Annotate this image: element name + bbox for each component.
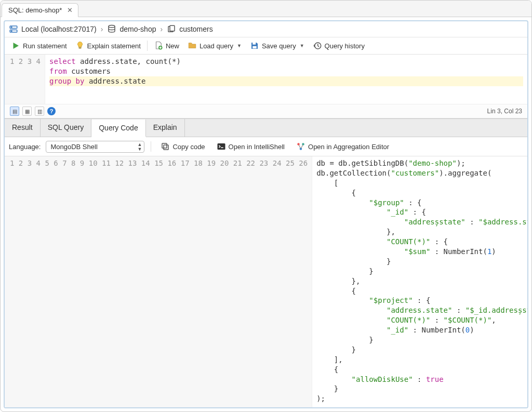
new-query-button[interactable]: New <box>151 39 182 52</box>
code-gutter: 1 2 3 4 5 6 7 8 9 10 11 12 13 14 15 16 1… <box>5 156 312 407</box>
sql-editor[interactable]: 1 2 3 4 select address.state, count(*) f… <box>5 55 527 118</box>
svg-rect-7 <box>78 47 81 48</box>
load-query-label: Load query <box>200 42 233 50</box>
save-query-button[interactable]: Save query ▼ <box>247 39 308 52</box>
open-aggregation-editor-label: Open in Aggregation Editor <box>308 143 389 151</box>
run-statement-button[interactable]: Run statement <box>8 39 70 52</box>
tab-explain[interactable]: Explain <box>146 119 185 137</box>
toolbar-separator <box>147 41 148 51</box>
new-query-label: New <box>166 42 179 50</box>
breadcrumb-separator: › <box>101 25 103 33</box>
file-tab-bar: SQL: demo-shop* ✕ <box>1 1 531 17</box>
editor-pane: Local (localhost:27017) › demo-shop › cu… <box>4 20 528 408</box>
save-query-label: Save query <box>262 42 296 50</box>
file-tab-title: SQL: demo-shop* <box>8 6 62 14</box>
history-icon <box>313 41 322 50</box>
svg-point-2 <box>11 27 12 28</box>
open-intellishell-label: Open in IntelliShell <box>229 143 285 151</box>
svg-point-3 <box>11 31 12 32</box>
copy-code-button[interactable]: Copy code <box>157 140 208 153</box>
folder-icon <box>188 41 197 50</box>
run-statement-label: Run statement <box>23 42 67 50</box>
svg-rect-12 <box>164 145 168 150</box>
code-toolbar: Language: MongoDB Shell ▲▼ Copy code Ope… <box>5 137 527 156</box>
query-history-label: Query history <box>325 42 365 50</box>
save-icon <box>250 41 259 50</box>
tab-sql-query[interactable]: SQL Query <box>41 119 92 137</box>
cursor-position-label: Lin 3, Col 23 <box>487 108 522 115</box>
view-mode-button-3[interactable]: ▥ <box>35 107 44 116</box>
copy-icon <box>161 142 170 151</box>
generated-code-editor[interactable]: 1 2 3 4 5 6 7 8 9 10 11 12 13 14 15 16 1… <box>5 156 527 407</box>
toolbar-separator <box>151 141 151 152</box>
open-aggregation-editor-button[interactable]: Open in Aggregation Editor <box>293 140 392 153</box>
svg-rect-9 <box>252 43 256 45</box>
explain-statement-label: Explain statement <box>87 42 141 50</box>
help-icon[interactable]: ? <box>47 107 56 115</box>
breadcrumb-database-label: demo-shop <box>119 25 156 33</box>
select-arrows-icon: ▲▼ <box>138 142 142 152</box>
close-icon[interactable]: ✕ <box>67 6 73 14</box>
result-tabs: Result SQL Query Query Code Explain <box>5 118 527 137</box>
server-icon <box>9 24 18 34</box>
load-query-button[interactable]: Load query ▼ <box>184 39 245 52</box>
view-mode-button-2[interactable]: ▦ <box>22 107 32 116</box>
language-select[interactable]: MongoDB Shell ▲▼ <box>46 141 144 153</box>
app-window: SQL: demo-shop* ✕ Local (localhost:27017… <box>0 0 532 412</box>
toolbar: Run statement Explain statement New Load… <box>5 37 527 55</box>
new-file-icon <box>154 41 163 50</box>
dropdown-caret-icon: ▼ <box>237 43 242 48</box>
database-icon <box>107 24 116 34</box>
sql-editor-statusbar: ▤ ▦ ▥ ? Lin 3, Col 23 <box>5 104 527 118</box>
svg-point-15 <box>297 143 300 145</box>
dropdown-caret-icon: ▼ <box>300 43 304 48</box>
breadcrumb-connection-label: Local (localhost:27017) <box>21 25 97 33</box>
breadcrumb-database[interactable]: demo-shop <box>107 24 156 34</box>
breadcrumb-collection-label: customers <box>179 25 213 33</box>
generated-code-area[interactable]: db = db.getSiblingDB("demo-shop"); db.ge… <box>312 156 527 407</box>
breadcrumb-collection[interactable]: customers <box>167 24 213 34</box>
view-mode-button-1[interactable]: ▤ <box>10 107 19 116</box>
svg-rect-10 <box>252 46 257 49</box>
tab-query-code[interactable]: Query Code <box>91 119 145 137</box>
language-label: Language: <box>9 143 41 151</box>
terminal-icon <box>217 142 226 151</box>
sql-code-area[interactable]: select address.state, count(*) from cust… <box>45 55 527 104</box>
collection-icon <box>167 24 176 34</box>
breadcrumb-separator: › <box>160 25 163 33</box>
svg-rect-14 <box>217 143 225 150</box>
sql-gutter: 1 2 3 4 <box>5 55 45 104</box>
play-icon <box>11 41 20 50</box>
svg-point-17 <box>300 148 302 150</box>
tab-result[interactable]: Result <box>5 119 41 137</box>
open-intellishell-button[interactable]: Open in IntelliShell <box>214 140 288 153</box>
copy-code-label: Copy code <box>172 143 205 151</box>
svg-rect-6 <box>170 25 175 31</box>
svg-rect-13 <box>162 143 167 148</box>
explain-statement-button[interactable]: Explain statement <box>72 39 144 52</box>
query-history-button[interactable]: Query history <box>310 39 368 52</box>
aggregation-icon <box>296 142 305 151</box>
lightbulb-icon <box>75 41 85 50</box>
file-tab-sql-demo-shop[interactable]: SQL: demo-shop* ✕ <box>2 3 78 17</box>
language-selected-value: MongoDB Shell <box>50 143 97 151</box>
svg-point-16 <box>302 143 304 145</box>
breadcrumb: Local (localhost:27017) › demo-shop › cu… <box>5 21 527 37</box>
svg-point-4 <box>109 25 115 28</box>
breadcrumb-connection[interactable]: Local (localhost:27017) <box>9 24 97 34</box>
